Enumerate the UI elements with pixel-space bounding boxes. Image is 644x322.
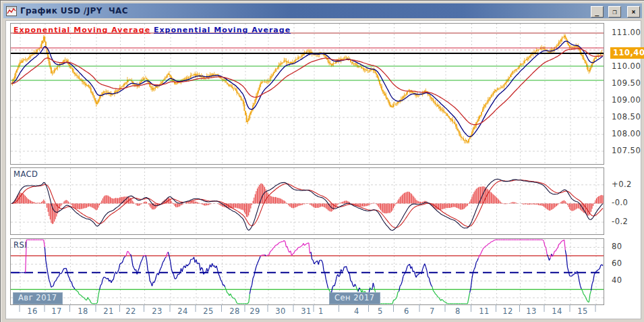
x-axis-label: 25: [203, 306, 214, 316]
x-axis-label: 30: [275, 306, 286, 316]
x-axis-label: 16: [27, 306, 38, 316]
last-price-badge: 110,40: [610, 47, 644, 59]
x-axis-label: 7: [430, 306, 435, 316]
y-axis-label: 109.50: [612, 78, 641, 88]
x-axis-label: 31: [301, 306, 312, 316]
legend-ema-slow-label: Exponential Moving Average: [154, 26, 291, 34]
y-axis-label: -0.2: [612, 217, 628, 226]
x-axis-label: 12: [502, 306, 513, 316]
x-axis-label: 29: [250, 306, 260, 316]
x-axis-label: 22: [125, 306, 136, 316]
rsi-panel[interactable]: [10, 238, 604, 305]
x-axis-label: 28: [229, 306, 240, 316]
x-axis-label: 13: [526, 306, 537, 316]
y-axis-label: -0.0: [612, 198, 628, 207]
close-button[interactable]: ×: [627, 6, 640, 18]
y-axis-label: +0.2: [612, 180, 632, 189]
macd-panel[interactable]: [10, 167, 604, 235]
y-axis-label: 107.50: [612, 146, 641, 155]
x-axis-label: 21: [103, 306, 114, 316]
y-axis-label: 110.00: [612, 61, 641, 71]
window-title: График USD /JPY ЧАС: [20, 6, 589, 16]
y-axis-label: 80: [612, 242, 622, 251]
y-axis-label: 108.00: [612, 129, 641, 138]
month-badge: Сен 2017: [329, 292, 380, 304]
x-axis-label: 24: [177, 306, 188, 316]
x-axis-label: 18: [78, 306, 88, 316]
window-controls: _ ❒ ×: [589, 4, 640, 18]
x-axis-label: 15: [577, 306, 588, 316]
x-axis-label: 17: [51, 306, 62, 316]
chart-window: График USD /JPY ЧАС _ ❒ × Exponential Mo…: [0, 0, 644, 322]
y-axis-label: 111.00: [612, 28, 641, 37]
minimize-button[interactable]: _: [591, 6, 604, 18]
titlebar[interactable]: График USD /JPY ЧАС _ ❒ ×: [3, 3, 642, 18]
y-axis-label: 40: [612, 275, 622, 285]
x-axis-label: 6: [404, 306, 409, 316]
macd-label: MACD: [13, 169, 38, 179]
x-axis-label: 1: [318, 306, 324, 316]
x-axis-label: 5: [378, 306, 383, 316]
x-axis-label: 8: [455, 306, 461, 316]
x-axis-label: 11: [479, 306, 490, 316]
y-axis-label: 108.50: [612, 112, 641, 122]
chart-icon: [6, 6, 17, 16]
x-axis-label: 23: [152, 306, 163, 316]
x-axis-label: 14: [552, 306, 562, 316]
x-axis-label: 4: [354, 306, 359, 316]
maximize-button[interactable]: ❒: [608, 6, 621, 18]
rsi-label: RSI: [13, 240, 27, 250]
x-axis-labels: 1617182122232425282930311456781112131415: [6, 306, 641, 317]
chart-content: Exponential Moving Average Exponential M…: [5, 20, 641, 319]
month-badge: Авг 2017: [13, 292, 63, 304]
ema-legend: Exponential Moving Average Exponential M…: [13, 26, 291, 34]
legend-ema-fast-label: Exponential Moving Average: [13, 26, 150, 34]
price-panel[interactable]: [10, 23, 604, 165]
price-axis: 111.00110.00109.50109.00108.50108.00107.…: [607, 21, 641, 319]
y-axis-label: 60: [612, 259, 622, 268]
y-axis-label: 109.00: [612, 95, 641, 105]
